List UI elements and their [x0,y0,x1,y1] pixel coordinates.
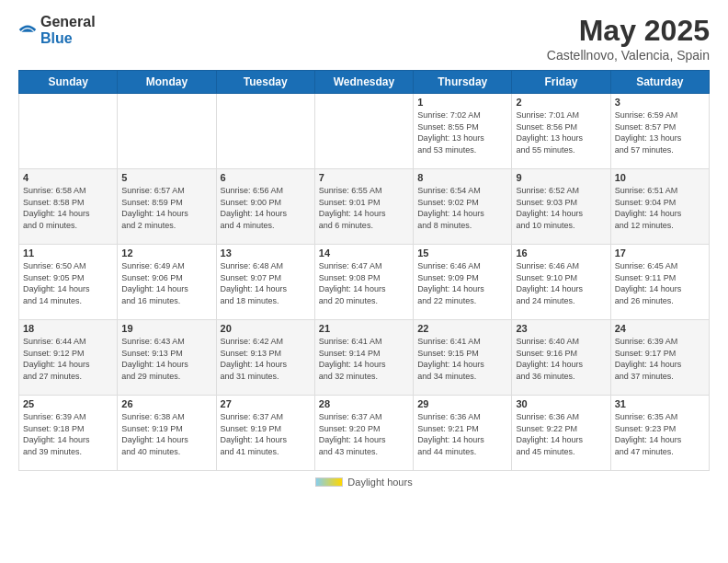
footer: Daylight hours [18,477,710,488]
day-header-wednesday: Wednesday [314,71,413,94]
day-number: 2 [516,97,606,108]
location: Castellnovo, Valencia, Spain [547,48,710,63]
calendar-cell: 6Sunrise: 6:56 AM Sunset: 9:00 PM Daylig… [216,169,314,245]
day-info: Sunrise: 6:59 AM Sunset: 8:57 PM Dayligh… [615,109,705,155]
calendar-cell: 23Sunrise: 6:40 AM Sunset: 9:16 PM Dayli… [512,320,610,396]
day-number: 13 [221,247,311,259]
calendar-cell: 5Sunrise: 6:57 AM Sunset: 8:59 PM Daylig… [118,169,216,245]
day-info: Sunrise: 6:42 AM Sunset: 9:13 PM Dayligh… [221,336,311,382]
day-number: 12 [121,247,211,259]
day-number: 21 [319,323,409,334]
day-number: 20 [221,323,311,334]
day-number: 7 [319,172,409,183]
day-number: 1 [417,97,507,108]
logo-blue-text: Blue [40,30,96,47]
day-info: Sunrise: 6:56 AM Sunset: 9:00 PM Dayligh… [221,185,311,231]
calendar-cell: 15Sunrise: 6:46 AM Sunset: 9:09 PM Dayli… [414,245,512,320]
calendar-cell: 31Sunrise: 6:35 AM Sunset: 9:23 PM Dayli… [610,396,709,471]
day-info: Sunrise: 6:46 AM Sunset: 9:10 PM Dayligh… [516,260,606,306]
day-number: 10 [615,172,705,183]
calendar-cell: 4Sunrise: 6:58 AM Sunset: 8:58 PM Daylig… [19,169,118,245]
day-number: 9 [516,172,606,183]
day-number: 18 [23,323,113,334]
calendar-cell [216,94,314,169]
calendar-cell: 18Sunrise: 6:44 AM Sunset: 9:12 PM Dayli… [19,320,118,396]
calendar-cell: 10Sunrise: 6:51 AM Sunset: 9:04 PM Dayli… [610,169,709,245]
calendar-cell: 26Sunrise: 6:38 AM Sunset: 9:19 PM Dayli… [118,396,216,471]
daylight-legend: Daylight hours [315,477,412,488]
day-number: 6 [221,172,311,183]
day-info: Sunrise: 6:43 AM Sunset: 9:13 PM Dayligh… [121,336,211,382]
calendar-cell: 25Sunrise: 6:39 AM Sunset: 9:18 PM Dayli… [19,396,118,471]
calendar-cell: 13Sunrise: 6:48 AM Sunset: 9:07 PM Dayli… [216,245,314,320]
day-number: 24 [615,323,705,334]
day-number: 14 [319,247,409,259]
day-number: 31 [615,398,705,409]
day-info: Sunrise: 6:41 AM Sunset: 9:14 PM Dayligh… [319,336,409,382]
calendar-week-5: 25Sunrise: 6:39 AM Sunset: 9:18 PM Dayli… [19,396,710,471]
calendar-cell: 29Sunrise: 6:36 AM Sunset: 9:21 PM Dayli… [414,396,512,471]
day-header-monday: Monday [118,71,216,94]
day-info: Sunrise: 6:38 AM Sunset: 9:19 PM Dayligh… [121,411,211,457]
calendar-cell: 28Sunrise: 6:37 AM Sunset: 9:20 PM Dayli… [314,396,413,471]
day-info: Sunrise: 6:47 AM Sunset: 9:08 PM Dayligh… [319,260,409,306]
day-info: Sunrise: 6:36 AM Sunset: 9:21 PM Dayligh… [417,411,507,457]
day-number: 22 [417,323,507,334]
day-number: 11 [23,247,113,259]
day-info: Sunrise: 6:37 AM Sunset: 9:20 PM Dayligh… [319,411,409,457]
day-number: 28 [319,398,409,409]
day-number: 15 [417,247,507,259]
calendar-cell: 7Sunrise: 6:55 AM Sunset: 9:01 PM Daylig… [314,169,413,245]
day-info: Sunrise: 7:01 AM Sunset: 8:56 PM Dayligh… [516,109,606,155]
day-number: 3 [615,97,705,108]
logo-text: General Blue [40,14,96,46]
day-number: 17 [615,247,705,259]
calendar-week-3: 11Sunrise: 6:50 AM Sunset: 9:05 PM Dayli… [19,245,710,320]
day-number: 27 [221,398,311,409]
daylight-label: Daylight hours [347,477,412,488]
logo-general-text: General [40,14,96,30]
logo-icon [18,21,37,40]
calendar-week-2: 4Sunrise: 6:58 AM Sunset: 8:58 PM Daylig… [19,169,710,245]
title-block: May 2025 Castellnovo, Valencia, Spain [547,14,710,63]
day-header-tuesday: Tuesday [216,71,314,94]
calendar-cell: 27Sunrise: 6:37 AM Sunset: 9:19 PM Dayli… [216,396,314,471]
day-number: 5 [121,172,211,183]
day-info: Sunrise: 6:40 AM Sunset: 9:16 PM Dayligh… [516,336,606,382]
day-header-thursday: Thursday [414,71,512,94]
calendar-cell: 21Sunrise: 6:41 AM Sunset: 9:14 PM Dayli… [314,320,413,396]
calendar: SundayMondayTuesdayWednesdayThursdayFrid… [18,70,710,471]
day-number: 19 [121,323,211,334]
calendar-week-4: 18Sunrise: 6:44 AM Sunset: 9:12 PM Dayli… [19,320,710,396]
calendar-cell: 22Sunrise: 6:41 AM Sunset: 9:15 PM Dayli… [414,320,512,396]
header: General Blue May 2025 Castellnovo, Valen… [18,14,710,63]
day-number: 29 [417,398,507,409]
day-info: Sunrise: 6:49 AM Sunset: 9:06 PM Dayligh… [121,260,211,306]
calendar-cell: 1Sunrise: 7:02 AM Sunset: 8:55 PM Daylig… [414,94,512,169]
day-info: Sunrise: 6:48 AM Sunset: 9:07 PM Dayligh… [221,260,311,306]
day-info: Sunrise: 6:44 AM Sunset: 9:12 PM Dayligh… [23,336,113,382]
legend-box [315,477,343,487]
day-number: 26 [121,398,211,409]
calendar-cell: 20Sunrise: 6:42 AM Sunset: 9:13 PM Dayli… [216,320,314,396]
day-number: 4 [23,172,113,183]
day-info: Sunrise: 6:55 AM Sunset: 9:01 PM Dayligh… [319,185,409,231]
day-info: Sunrise: 6:37 AM Sunset: 9:19 PM Dayligh… [221,411,311,457]
calendar-cell: 12Sunrise: 6:49 AM Sunset: 9:06 PM Dayli… [118,245,216,320]
day-number: 30 [516,398,606,409]
calendar-cell: 3Sunrise: 6:59 AM Sunset: 8:57 PM Daylig… [610,94,709,169]
logo: General Blue [18,14,96,46]
calendar-cell: 17Sunrise: 6:45 AM Sunset: 9:11 PM Dayli… [610,245,709,320]
day-info: Sunrise: 6:39 AM Sunset: 9:18 PM Dayligh… [23,411,113,457]
calendar-cell: 24Sunrise: 6:39 AM Sunset: 9:17 PM Dayli… [610,320,709,396]
calendar-cell: 9Sunrise: 6:52 AM Sunset: 9:03 PM Daylig… [512,169,610,245]
calendar-cell [314,94,413,169]
day-info: Sunrise: 6:57 AM Sunset: 8:59 PM Dayligh… [121,185,211,231]
day-info: Sunrise: 6:50 AM Sunset: 9:05 PM Dayligh… [23,260,113,306]
day-header-friday: Friday [512,71,610,94]
calendar-cell [118,94,216,169]
calendar-cell: 14Sunrise: 6:47 AM Sunset: 9:08 PM Dayli… [314,245,413,320]
day-number: 8 [417,172,507,183]
day-number: 16 [516,247,606,259]
day-number: 25 [23,398,113,409]
